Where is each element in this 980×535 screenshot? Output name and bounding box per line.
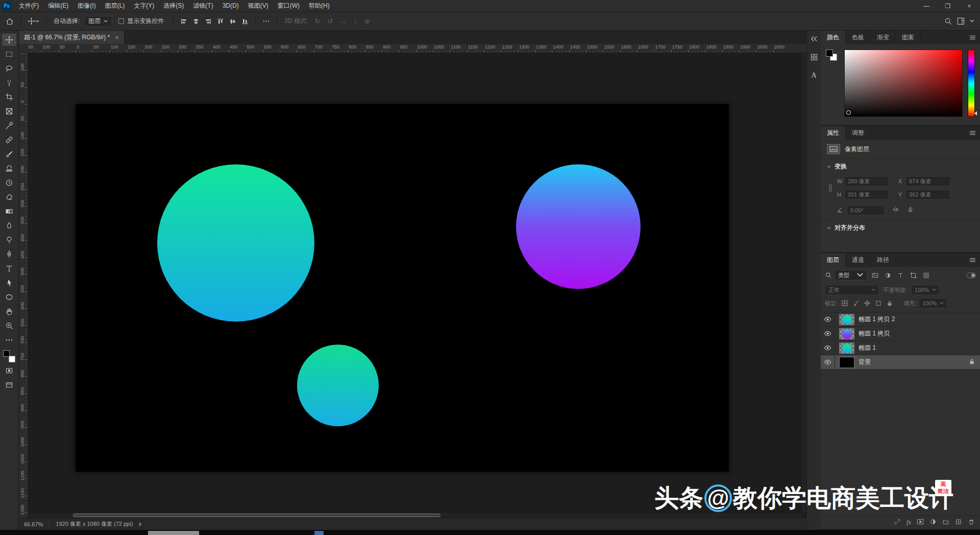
link-layers-icon[interactable] (894, 518, 901, 527)
visibility-eye-icon[interactable] (821, 355, 835, 369)
menu-item-5[interactable]: 选择(S) (159, 0, 188, 12)
lock-transparency-icon[interactable] (840, 299, 849, 308)
zoom-tool[interactable] (2, 320, 16, 332)
spot-healing-tool[interactable] (2, 134, 16, 146)
layer-filter-toggle[interactable] (967, 273, 976, 278)
tab-color[interactable]: 颜色 (821, 31, 846, 44)
3d-scale-icon[interactable]: ⊕ (364, 17, 370, 25)
status-chevron-icon[interactable] (139, 522, 142, 526)
menu-item-0[interactable]: 文件(F) (14, 0, 43, 12)
adjustment-layer-icon[interactable] (929, 518, 937, 527)
opacity-dropdown[interactable]: 100% (911, 285, 940, 295)
x-field[interactable]: 874 像素 (905, 176, 950, 186)
foreground-background-swatches[interactable] (3, 350, 15, 362)
tab-layers[interactable]: 图层 (821, 253, 846, 267)
width-field[interactable]: 289 像素 (844, 176, 889, 186)
filter-adjustment-layers-icon[interactable] (883, 270, 893, 280)
transform-section-header[interactable]: 变换 (821, 159, 980, 175)
visibility-eye-icon[interactable] (821, 327, 835, 341)
frame-tool[interactable] (2, 105, 16, 117)
angle-field[interactable]: 0.00° (847, 205, 885, 215)
align-middle-vertical-icon[interactable] (228, 16, 238, 27)
search-icon[interactable] (943, 16, 953, 27)
filter-type-dropdown[interactable]: 类型 (835, 270, 867, 280)
horizontal-ruler[interactable]: 1501005005010015020025030035040045050055… (28, 44, 806, 53)
align-section-header[interactable]: 对齐并分布 (821, 220, 980, 236)
maximize-button[interactable]: ❐ (937, 0, 959, 12)
eraser-tool[interactable] (2, 191, 16, 203)
layer-thumbnail[interactable] (839, 314, 854, 325)
3d-orbit-icon[interactable]: ↻ (314, 17, 320, 25)
history-brush-tool[interactable] (2, 177, 16, 189)
layer-row[interactable]: 椭圆 1 拷贝 2 (821, 312, 980, 327)
ruler-origin-corner[interactable] (19, 44, 28, 53)
tab-adjustments[interactable]: 调整 (846, 126, 871, 140)
show-transform-checkbox[interactable]: 显示变换控件 (118, 17, 164, 26)
tab-properties[interactable]: 属性 (821, 126, 846, 140)
document-tab[interactable]: 题-1 @ 66.7% (背景, RGB/8#) * × (19, 31, 125, 44)
more-align-options-icon[interactable] (261, 16, 272, 27)
flip-vertical-icon[interactable] (906, 206, 914, 215)
minimize-button[interactable]: — (916, 0, 937, 12)
filter-smart-objects-icon[interactable] (921, 270, 931, 280)
lasso-tool[interactable] (2, 62, 16, 75)
height-field[interactable]: 201 像素 (844, 189, 889, 200)
lock-all-icon[interactable] (885, 299, 894, 308)
3d-pan-icon[interactable]: ↔ (340, 17, 347, 25)
menu-item-3[interactable]: 图层(L) (101, 0, 130, 12)
lock-position-icon[interactable] (863, 299, 871, 308)
layer-row[interactable]: 椭圆 1 (821, 341, 980, 355)
lock-artboard-icon[interactable] (874, 299, 883, 308)
blend-mode-dropdown[interactable]: 正常 (825, 285, 879, 295)
layer-thumbnail[interactable] (839, 343, 854, 354)
layer-thumbnail[interactable] (839, 357, 854, 368)
tab-patterns[interactable]: 图案 (896, 31, 921, 44)
panel-menu-icon[interactable] (965, 126, 980, 140)
y-field[interactable]: 362 像素 (905, 189, 950, 200)
vertical-scrollbar[interactable] (802, 53, 806, 513)
filter-type-layers-icon[interactable] (895, 270, 905, 280)
fill-dropdown[interactable]: 100% (919, 298, 947, 308)
move-tool[interactable] (2, 34, 16, 46)
pen-tool[interactable] (2, 248, 16, 260)
home-icon[interactable] (4, 16, 15, 27)
layer-row[interactable]: 椭圆 1 拷贝 (821, 327, 980, 341)
tab-swatches[interactable]: 色板 (846, 31, 871, 44)
3d-slide-icon[interactable]: ↕ (354, 17, 357, 25)
character-panel-icon[interactable]: A (808, 70, 820, 81)
align-center-horizontal-icon[interactable] (191, 16, 201, 27)
link-dimensions-icon[interactable] (827, 175, 834, 201)
align-bottom-icon[interactable] (240, 16, 250, 27)
menu-item-9[interactable]: 窗口(W) (273, 0, 304, 12)
align-top-icon[interactable] (215, 16, 226, 27)
hue-slider-marker[interactable] (974, 111, 977, 115)
panel-menu-icon[interactable] (965, 31, 980, 44)
menu-item-10[interactable]: 帮助(H) (304, 0, 334, 12)
tab-paths[interactable]: 路径 (871, 253, 896, 267)
screen-mode-icon[interactable] (2, 379, 16, 391)
dodge-tool[interactable] (2, 234, 16, 246)
path-selection-tool[interactable] (2, 277, 16, 289)
checkbox-box[interactable] (118, 18, 124, 24)
menu-item-2[interactable]: 图像(I) (73, 0, 100, 12)
visibility-eye-icon[interactable] (821, 341, 835, 355)
add-layer-mask-icon[interactable] (917, 518, 924, 527)
vertical-ruler[interactable]: 1501005005010015020025030035040045050055… (19, 53, 28, 518)
gradient-tool[interactable] (2, 205, 16, 217)
layer-style-fx-icon[interactable]: fx (906, 519, 911, 526)
3d-roll-icon[interactable]: ↺ (327, 17, 333, 25)
chevron-down-icon[interactable] (968, 18, 976, 25)
layer-thumbnail[interactable] (839, 328, 854, 339)
close-button[interactable]: × (959, 0, 980, 12)
workspace-switcher-icon[interactable] (955, 16, 966, 27)
menu-item-8[interactable]: 视图(V) (243, 0, 273, 12)
panel-menu-icon[interactable] (965, 253, 980, 267)
color-swatch-pair[interactable] (826, 50, 839, 65)
collapse-panels-icon[interactable] (808, 33, 820, 44)
canvas-viewport[interactable] (28, 53, 806, 518)
swatches-panel-icon[interactable] (808, 52, 820, 63)
layer-row-background[interactable]: 背景 (821, 355, 980, 370)
new-group-icon[interactable] (942, 518, 949, 527)
flip-horizontal-icon[interactable] (892, 206, 899, 215)
visibility-eye-icon[interactable] (821, 312, 835, 326)
